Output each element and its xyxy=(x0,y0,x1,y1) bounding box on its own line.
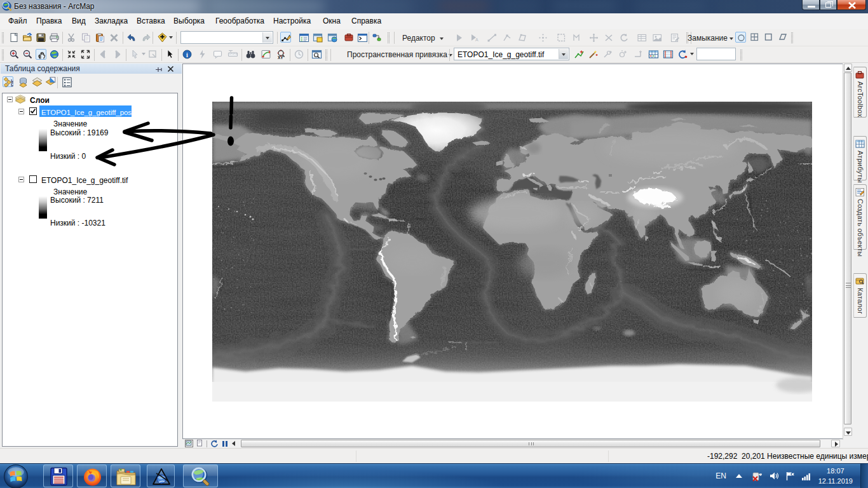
svg-text:A: A xyxy=(475,37,478,42)
svg-text:i: i xyxy=(186,51,188,58)
